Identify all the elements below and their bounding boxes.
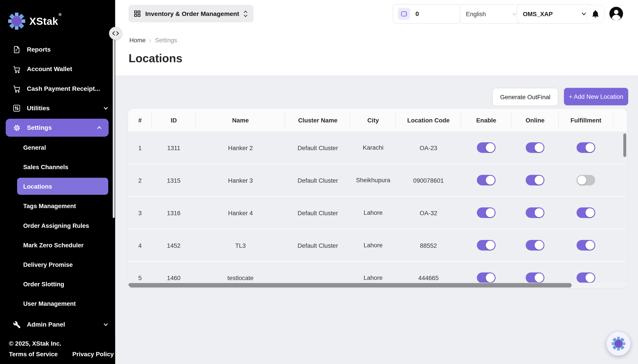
- sort-chevrons-icon: [243, 10, 248, 17]
- app-module-selector[interactable]: Inventory & Order Management: [129, 5, 253, 22]
- toggle-knob: [534, 143, 543, 152]
- table-cell-city: Lahore: [350, 208, 396, 218]
- sidebar-item-delivery-promise[interactable]: Delivery Promise: [0, 254, 115, 274]
- generate-outfinal-button[interactable]: Generate OutFinal: [492, 88, 558, 106]
- table-cell-name: Hanker 4: [196, 209, 285, 216]
- online-toggle[interactable]: [526, 142, 544, 153]
- cell-code-value: 88552: [420, 242, 437, 249]
- sidebar-item-reports[interactable]: Reports: [0, 40, 115, 59]
- table-cell-enable: [461, 142, 511, 153]
- sidebar-item-order-slotting[interactable]: Order Slotting: [0, 274, 115, 294]
- sidebar-item-utilities[interactable]: Utilities: [0, 98, 115, 118]
- toggle-knob: [486, 241, 495, 250]
- horizontal-scrollbar-thumb[interactable]: [128, 283, 572, 288]
- fulfillment-toggle[interactable]: [577, 142, 595, 153]
- table-cell-code: 444665: [396, 274, 461, 281]
- privacy-policy-link[interactable]: Privacy Policy: [73, 350, 114, 357]
- table-header: #IDNameCluster NameCityLocation CodeEnab…: [128, 109, 627, 132]
- table-cell-enable: [461, 272, 511, 283]
- cell-id-value: 1452: [167, 242, 181, 249]
- table-cell-cluster: Default Cluster: [285, 242, 350, 249]
- cell-name-value: TL3: [235, 242, 246, 249]
- bell-icon: [591, 10, 600, 18]
- column-header-code: Location Code: [396, 109, 461, 131]
- sidebar-item-general[interactable]: General: [0, 138, 115, 157]
- table-cell-id: 1316: [152, 209, 196, 216]
- terms-of-service-link[interactable]: Terms of Service: [9, 350, 58, 357]
- notifications-button[interactable]: [586, 5, 605, 23]
- breadcrumb-home-link[interactable]: Home: [129, 36, 146, 44]
- online-toggle[interactable]: [526, 175, 544, 186]
- sidebar-item-cash-payment-receipt[interactable]: Cash Payment Receipt...: [0, 79, 115, 98]
- enable-toggle[interactable]: [477, 240, 495, 251]
- tenant-select[interactable]: OMS_XAP: [517, 4, 593, 24]
- table-cell-code: 090078601: [396, 177, 461, 184]
- sidebar-collapse-button[interactable]: [109, 27, 122, 40]
- cell-name-value: Hanker 4: [228, 209, 253, 216]
- toggle-knob: [534, 241, 543, 250]
- table-row: 31316Hanker 4Default ClusterLahoreOA-32: [128, 197, 627, 230]
- floating-action-button[interactable]: [606, 332, 631, 356]
- sidebar-scrollbar[interactable]: [113, 39, 115, 218]
- sidebar-item-settings[interactable]: Settings: [6, 119, 109, 136]
- toggle-knob: [577, 176, 586, 184]
- sidebar-item-order-assigning-rules[interactable]: Order Assigning Rules: [0, 216, 115, 235]
- app-module-label: Inventory & Order Management: [145, 10, 239, 17]
- locations-table-card: #IDNameCluster NameCityLocation CodeEnab…: [128, 109, 627, 288]
- table-cell-code: 88552: [396, 242, 461, 249]
- toggle-knob: [534, 208, 543, 217]
- table-cell-online: [511, 272, 559, 283]
- fulfillment-toggle[interactable]: [577, 240, 595, 251]
- user-avatar[interactable]: [609, 6, 623, 20]
- column-header-num: #: [128, 109, 152, 131]
- sidebar-item-mark-zero-scheduler[interactable]: Mark Zero Scheduler: [0, 235, 115, 254]
- sidebar-item-sales-channels[interactable]: Sales Channels: [0, 157, 115, 176]
- cart-icon: [12, 65, 21, 74]
- table-cell-fulfillment: [559, 208, 613, 218]
- table-cell-enable: [461, 175, 511, 186]
- cell-city-value: Lahore: [364, 273, 383, 282]
- main-content: Home › Settings Locations Generate OutFi…: [115, 28, 638, 364]
- table-cell-enable: [461, 240, 511, 251]
- cell-id-value: 1311: [167, 144, 180, 151]
- online-toggle[interactable]: [526, 208, 544, 218]
- vertical-scrollbar-thumb[interactable]: [623, 133, 626, 157]
- enable-toggle[interactable]: [477, 208, 495, 218]
- sidebar-item-locations[interactable]: Locations: [17, 178, 108, 195]
- sidebar-menu: Reports Account Wallet Cash Payment Rece…: [0, 40, 115, 334]
- column-header-name: Name: [196, 109, 285, 131]
- sidebar-item-account-wallet[interactable]: Account Wallet: [0, 59, 115, 79]
- copyright-text: © 2025, XStak Inc.: [9, 340, 61, 347]
- brand-logo[interactable]: XStak®: [0, 0, 115, 34]
- fulfillment-toggle[interactable]: [577, 175, 595, 186]
- table-cell-code: OA-23: [396, 144, 461, 151]
- cell-city-value: Lahore: [364, 240, 383, 250]
- toggle-knob: [486, 208, 495, 217]
- table-cell-num: 2: [128, 177, 152, 184]
- tenant-value: OMS_XAP: [523, 10, 553, 17]
- enable-toggle[interactable]: [477, 142, 495, 153]
- chevron-down-icon: [581, 11, 587, 17]
- enable-toggle[interactable]: [477, 272, 495, 283]
- cell-name-value: Hanker 3: [228, 177, 253, 184]
- sidebar-item-admin-panel[interactable]: Admin Panel: [0, 315, 115, 334]
- add-new-location-button[interactable]: + Add New Location: [564, 88, 628, 106]
- cell-cluster-value: Default Cluster: [298, 177, 338, 184]
- gear-icon: [12, 123, 21, 132]
- fulfillment-toggle[interactable]: [577, 208, 595, 218]
- sidebar-item-label: Settings: [27, 124, 52, 131]
- cell-city-value: Lahore: [364, 208, 383, 218]
- cart-icon: [12, 84, 21, 93]
- language-select[interactable]: English: [460, 4, 523, 24]
- sidebar-item-tags-management[interactable]: Tags Management: [0, 196, 115, 216]
- column-header-city: City: [350, 109, 396, 131]
- online-toggle[interactable]: [526, 240, 544, 251]
- table-cell-cluster: Default Cluster: [285, 209, 350, 216]
- online-toggle[interactable]: [526, 272, 544, 283]
- sidebar-item-user-management[interactable]: User Management: [0, 294, 115, 313]
- table-cell-num: 5: [128, 274, 152, 281]
- enable-toggle[interactable]: [477, 175, 495, 186]
- fulfillment-toggle[interactable]: [577, 272, 595, 283]
- wallet-balance-widget[interactable]: 0: [393, 4, 461, 24]
- table-cell-fulfillment: [559, 142, 613, 153]
